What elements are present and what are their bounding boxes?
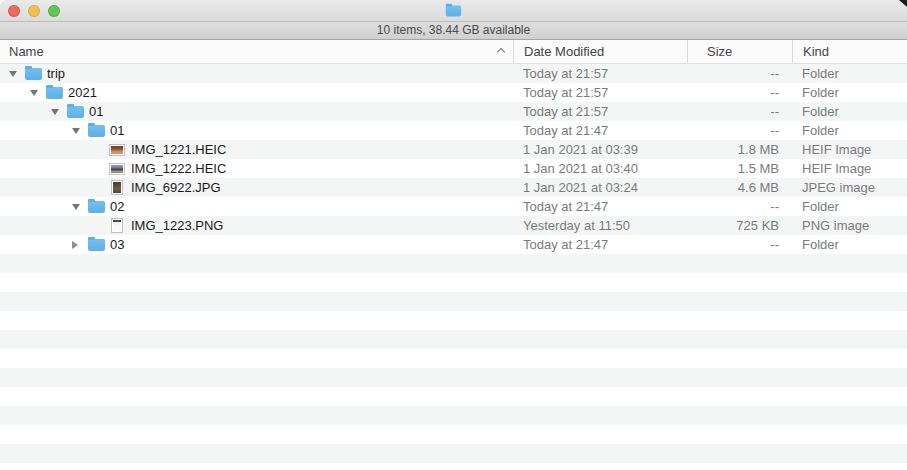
column-headers: Name Date Modified Size Kind <box>0 40 907 64</box>
photo-portrait-dark-icon <box>112 181 122 194</box>
file-name: trip <box>47 64 65 83</box>
table-row[interactable]: IMG_1223.PNGYesterday at 11:50725 KBPNG … <box>0 216 907 235</box>
finder-window: 10 items, 38.44 GB available Name Date M… <box>0 0 907 470</box>
file-size: 1.5 MB <box>687 159 792 178</box>
name-cell: 02 <box>0 197 513 216</box>
file-size: 725 KB <box>687 216 792 235</box>
folder-icon <box>88 125 105 137</box>
name-cell: trip <box>0 64 513 83</box>
icon-slot <box>24 67 42 80</box>
file-size: -- <box>687 197 792 216</box>
icon-slot <box>87 238 105 251</box>
triangle-down-icon[interactable] <box>72 128 87 134</box>
icon-slot <box>87 124 105 137</box>
name-cell: IMG_1223.PNG <box>0 216 513 235</box>
file-name: IMG_1221.HEIC <box>131 140 226 159</box>
name-cell: IMG_6922.JPG <box>0 178 513 197</box>
status-text: 10 items, 38.44 GB available <box>377 23 530 37</box>
date-modified: Today at 21:47 <box>513 121 687 140</box>
file-list: tripToday at 21:57--Folder2021Today at 2… <box>0 64 907 470</box>
file-kind: Folder <box>792 197 907 216</box>
folder-icon <box>88 201 105 213</box>
photo-landscape-sunset-icon <box>110 145 124 155</box>
file-size: -- <box>687 102 792 121</box>
column-header-size[interactable]: Size <box>687 40 792 63</box>
disclosure-triangle <box>72 241 78 249</box>
icon-slot <box>87 200 105 213</box>
triangle-down-icon[interactable] <box>30 90 45 96</box>
table-row[interactable]: IMG_1222.HEIC1 Jan 2021 at 03:401.5 MBHE… <box>0 159 907 178</box>
window-titlebar[interactable] <box>0 0 907 22</box>
file-size: -- <box>687 64 792 83</box>
chevron-up-icon <box>497 48 505 56</box>
icon-slot <box>108 219 126 232</box>
photo-landscape-dusk-icon <box>110 164 124 174</box>
photo-portrait-screenshot-icon <box>112 219 122 232</box>
name-cell: IMG_1222.HEIC <box>0 159 513 178</box>
folder-icon <box>25 68 42 80</box>
titlebar-proxy <box>0 4 907 17</box>
icon-slot <box>108 181 126 194</box>
date-modified: 1 Jan 2021 at 03:40 <box>513 159 687 178</box>
table-row[interactable]: IMG_1221.HEIC1 Jan 2021 at 03:391.8 MBHE… <box>0 140 907 159</box>
file-kind: HEIF Image <box>792 140 907 159</box>
date-modified: Today at 21:57 <box>513 64 687 83</box>
file-name: 2021 <box>68 83 97 102</box>
name-cell: 03 <box>0 235 513 254</box>
date-modified: Today at 21:57 <box>513 83 687 102</box>
file-name: 02 <box>110 197 124 216</box>
disclosure-triangle <box>30 90 38 96</box>
file-kind: Folder <box>792 235 907 254</box>
file-size: -- <box>687 83 792 102</box>
disclosure-triangle <box>9 71 17 77</box>
triangle-down-icon[interactable] <box>72 204 87 210</box>
file-size: -- <box>687 235 792 254</box>
name-cell: IMG_1221.HEIC <box>0 140 513 159</box>
table-row[interactable]: 01Today at 21:57--Folder <box>0 102 907 121</box>
folder-icon <box>88 239 105 251</box>
status-bar: 10 items, 38.44 GB available <box>0 22 907 40</box>
file-kind: Folder <box>792 83 907 102</box>
file-kind: PNG image <box>792 216 907 235</box>
file-kind: HEIF Image <box>792 159 907 178</box>
date-modified: 1 Jan 2021 at 03:39 <box>513 140 687 159</box>
folder-icon <box>67 106 84 118</box>
disclosure-triangle <box>72 128 80 134</box>
triangle-down-icon[interactable] <box>9 71 24 77</box>
file-name: IMG_1222.HEIC <box>131 159 226 178</box>
file-kind: Folder <box>792 102 907 121</box>
table-row[interactable]: IMG_6922.JPG1 Jan 2021 at 03:244.6 MBJPE… <box>0 178 907 197</box>
table-row[interactable]: 01Today at 21:47--Folder <box>0 121 907 140</box>
file-size: 4.6 MB <box>687 178 792 197</box>
name-cell: 2021 <box>0 83 513 102</box>
table-row[interactable]: 2021Today at 21:57--Folder <box>0 83 907 102</box>
file-name: 03 <box>110 235 124 254</box>
date-modified: Today at 21:57 <box>513 102 687 121</box>
folder-icon[interactable] <box>446 6 461 17</box>
file-name: IMG_1223.PNG <box>131 216 224 235</box>
table-row[interactable]: 03Today at 21:47--Folder <box>0 235 907 254</box>
table-row[interactable]: 02Today at 21:47--Folder <box>0 197 907 216</box>
file-name: 01 <box>89 102 103 121</box>
triangle-right-icon[interactable] <box>72 241 87 249</box>
file-name: 01 <box>110 121 124 140</box>
column-header-name-label: Name <box>9 44 44 59</box>
icon-slot <box>66 105 84 118</box>
file-size: -- <box>687 121 792 140</box>
column-header-name[interactable]: Name <box>0 40 513 63</box>
file-kind: Folder <box>792 64 907 83</box>
folder-icon <box>46 87 63 99</box>
disclosure-triangle <box>51 109 59 115</box>
date-modified: Today at 21:47 <box>513 235 687 254</box>
file-kind: JPEG image <box>792 178 907 197</box>
file-name: IMG_6922.JPG <box>131 178 221 197</box>
table-row[interactable]: tripToday at 21:57--Folder <box>0 64 907 83</box>
triangle-down-icon[interactable] <box>51 109 66 115</box>
icon-slot <box>45 86 63 99</box>
file-size: 1.8 MB <box>687 140 792 159</box>
column-header-kind[interactable]: Kind <box>792 40 907 63</box>
icon-slot <box>108 145 126 155</box>
icon-slot <box>108 164 126 174</box>
column-header-date-modified[interactable]: Date Modified <box>513 40 687 63</box>
disclosure-triangle <box>72 204 80 210</box>
